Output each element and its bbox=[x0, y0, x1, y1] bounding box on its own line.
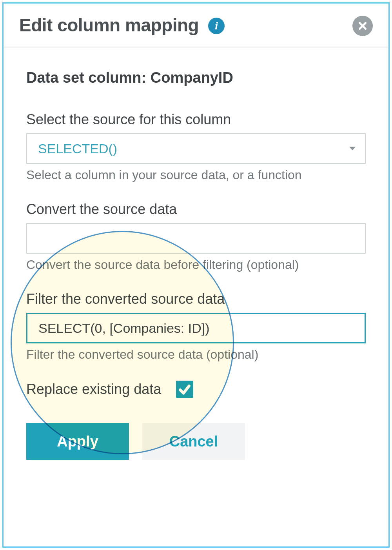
dialog-body: Data set column: CompanyID Select the so… bbox=[4, 47, 388, 476]
filter-label: Filter the converted source data bbox=[26, 291, 366, 307]
replace-checkbox[interactable] bbox=[176, 381, 193, 398]
source-select-value: SELECTED() bbox=[38, 141, 117, 156]
source-label: Select the source for this column bbox=[26, 111, 366, 128]
replace-row: Replace existing data bbox=[26, 381, 366, 398]
source-select[interactable]: SELECTED() bbox=[26, 133, 366, 164]
source-field: Select the source for this column SELECT… bbox=[26, 111, 366, 182]
replace-label: Replace existing data bbox=[26, 381, 161, 398]
filter-input[interactable] bbox=[26, 313, 366, 343]
check-icon bbox=[178, 383, 191, 396]
dialog-header: Edit column mapping i bbox=[4, 4, 388, 47]
filter-field: Filter the converted source data Filter … bbox=[26, 291, 366, 362]
close-button[interactable] bbox=[352, 16, 373, 36]
edit-column-mapping-dialog: Edit column mapping i Data set column: C… bbox=[2, 2, 390, 548]
convert-help: Convert the source data before filtering… bbox=[26, 258, 366, 272]
close-icon bbox=[358, 21, 368, 31]
chevron-down-icon bbox=[349, 147, 356, 151]
button-row: Apply Cancel bbox=[26, 423, 366, 460]
source-help: Select a column in your source data, or … bbox=[26, 168, 366, 182]
info-icon[interactable]: i bbox=[208, 18, 225, 34]
cancel-button[interactable]: Cancel bbox=[142, 423, 245, 460]
dialog-title: Edit column mapping bbox=[19, 15, 199, 36]
convert-field: Convert the source data Convert the sour… bbox=[26, 201, 366, 272]
convert-label: Convert the source data bbox=[26, 201, 366, 218]
filter-help: Filter the converted source data (option… bbox=[26, 347, 366, 362]
convert-input[interactable] bbox=[26, 223, 366, 254]
apply-button[interactable]: Apply bbox=[26, 423, 129, 460]
column-heading: Data set column: CompanyID bbox=[26, 69, 366, 86]
